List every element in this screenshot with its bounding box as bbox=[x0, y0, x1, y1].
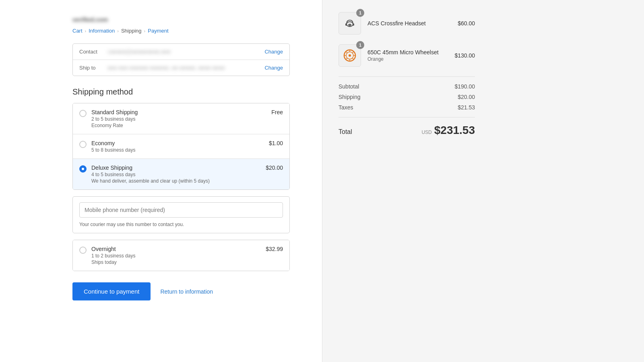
option-standard[interactable]: Standard Shipping 2 to 5 business days E… bbox=[73, 103, 289, 134]
option-overnight-desc2: Ships today bbox=[91, 259, 259, 265]
radio-economy[interactable] bbox=[79, 141, 87, 148]
breadcrumb-sep-2: › bbox=[117, 29, 119, 33]
subtotal-row: Subtotal $190.00 bbox=[339, 83, 475, 90]
item-name-headset: ACS Crossfire Headset bbox=[367, 20, 451, 27]
svg-line-12 bbox=[352, 58, 354, 60]
option-standard-desc2: Economy Rate bbox=[91, 123, 265, 128]
option-deluxe-desc2: We hand deliver, assemble and clear up (… bbox=[91, 178, 259, 184]
option-overnight-section: Overnight 1 to 2 business days Ships tod… bbox=[72, 240, 290, 271]
taxes-label: Taxes bbox=[339, 104, 353, 111]
option-standard-details: Standard Shipping 2 to 5 business days E… bbox=[91, 109, 265, 128]
option-economy-details: Economy 5 to 8 business days bbox=[91, 140, 262, 153]
phone-hint: Your courier may use this number to cont… bbox=[79, 222, 283, 227]
total-label: Total bbox=[339, 128, 352, 136]
button-row: Continue to payment Return to informatio… bbox=[72, 282, 290, 300]
wheel-icon bbox=[343, 48, 357, 63]
option-economy-price: $1.00 bbox=[269, 140, 283, 146]
shipping-value: $20.00 bbox=[458, 94, 475, 100]
svg-line-14 bbox=[346, 58, 347, 60]
svg-line-13 bbox=[352, 51, 354, 53]
option-overnight[interactable]: Overnight 1 to 2 business days Ships tod… bbox=[73, 240, 289, 271]
shipping-label: Shipping bbox=[339, 94, 361, 100]
item-badge-headset: 1 bbox=[356, 9, 364, 17]
option-overnight-price: $32.99 bbox=[266, 246, 283, 252]
shipping-row: Shipping $20.00 bbox=[339, 94, 475, 100]
cart-item-wheelset: 1 650C 45mm Micro Wheelset Orange $130.0… bbox=[339, 44, 475, 67]
shipping-method-title: Shipping method bbox=[72, 87, 290, 97]
option-standard-price: Free bbox=[271, 109, 283, 115]
svg-rect-2 bbox=[353, 23, 354, 26]
phone-input[interactable] bbox=[79, 202, 283, 218]
radio-standard[interactable] bbox=[79, 110, 87, 117]
item-badge-wheelset: 1 bbox=[356, 41, 364, 49]
svg-point-3 bbox=[348, 24, 351, 26]
contact-label: Contact bbox=[79, 49, 107, 55]
phone-section: Your courier may use this number to cont… bbox=[72, 196, 290, 233]
option-deluxe-desc1: 4 to 5 business days bbox=[91, 172, 259, 177]
divider-2 bbox=[339, 117, 475, 117]
svg-line-11 bbox=[346, 51, 347, 53]
option-overnight-desc1: 1 to 2 business days bbox=[91, 253, 259, 259]
taxes-value: $21.53 bbox=[458, 104, 475, 111]
ship-to-change-link[interactable]: Change bbox=[264, 65, 283, 71]
item-img-wrap-headset: 1 bbox=[339, 12, 361, 35]
breadcrumb-payment: Payment bbox=[148, 28, 168, 34]
total-currency: USD bbox=[421, 130, 431, 135]
option-economy-desc1: 5 to 8 business days bbox=[91, 147, 262, 153]
radio-overnight[interactable] bbox=[79, 247, 87, 254]
breadcrumb-information[interactable]: Information bbox=[89, 28, 115, 34]
breadcrumb-cart[interactable]: Cart bbox=[72, 28, 83, 34]
option-deluxe[interactable]: Deluxe Shipping 4 to 5 business days We … bbox=[73, 158, 289, 189]
option-economy[interactable]: Economy 5 to 8 business days $1.00 bbox=[73, 134, 289, 158]
ship-to-value: ●●● ●●● ●●●●●● ●●●●●●, ●● ●●●●●, ●●●● ●●… bbox=[107, 65, 264, 71]
breadcrumb-sep-3: › bbox=[144, 29, 146, 33]
right-panel: 1 ACS Crossfire Headset $60.00 bbox=[322, 0, 491, 362]
total-amount-wrap: USD $231.53 bbox=[421, 124, 475, 137]
item-info-headset: ACS Crossfire Headset bbox=[367, 20, 451, 27]
option-overnight-details: Overnight 1 to 2 business days Ships tod… bbox=[91, 246, 259, 265]
item-price-wheelset: $130.00 bbox=[454, 52, 475, 59]
total-amount: $231.53 bbox=[434, 124, 475, 137]
item-name-wheelset: 650C 45mm Micro Wheelset bbox=[367, 49, 448, 56]
return-to-information-link[interactable]: Return to information bbox=[160, 288, 213, 295]
total-row: Total USD $231.53 bbox=[339, 124, 475, 137]
ship-to-label: Ship to bbox=[79, 65, 107, 71]
svg-point-6 bbox=[349, 54, 351, 57]
left-panel: verified.com Cart › Information › Shippi… bbox=[0, 0, 322, 362]
option-overnight-name: Overnight bbox=[91, 246, 259, 252]
taxes-row: Taxes $21.53 bbox=[339, 104, 475, 111]
contact-value: c●●●●●@●●●●●●●●●.●●● bbox=[107, 49, 264, 55]
breadcrumb-shipping: Shipping bbox=[121, 28, 142, 34]
contact-row: Contact c●●●●●@●●●●●●●●●.●●● Change bbox=[73, 44, 289, 60]
ship-to-row: Ship to ●●● ●●● ●●●●●● ●●●●●●, ●● ●●●●●,… bbox=[73, 60, 289, 76]
contact-change-link[interactable]: Change bbox=[264, 49, 283, 55]
item-img-wrap-wheelset: 1 bbox=[339, 44, 361, 67]
continue-to-payment-button[interactable]: Continue to payment bbox=[72, 282, 151, 300]
option-economy-name: Economy bbox=[91, 140, 262, 146]
breadcrumb-sep-1: › bbox=[85, 29, 87, 33]
divider-1 bbox=[339, 76, 475, 77]
subtotal-label: Subtotal bbox=[339, 83, 359, 90]
breadcrumb: Cart › Information › Shipping › Payment bbox=[72, 28, 290, 34]
option-standard-name: Standard Shipping bbox=[91, 109, 265, 115]
option-deluxe-name: Deluxe Shipping bbox=[91, 165, 259, 171]
item-sub-wheelset: Orange bbox=[367, 56, 448, 62]
svg-rect-1 bbox=[345, 23, 347, 26]
info-box: Contact c●●●●●@●●●●●●●●●.●●● Change Ship… bbox=[72, 43, 290, 76]
cart-item-headset: 1 ACS Crossfire Headset $60.00 bbox=[339, 12, 475, 35]
subtotal-value: $190.00 bbox=[454, 83, 475, 90]
headset-icon bbox=[343, 16, 357, 31]
brand-name: verified.com bbox=[72, 16, 290, 23]
item-price-headset: $60.00 bbox=[458, 20, 475, 27]
option-deluxe-details: Deluxe Shipping 4 to 5 business days We … bbox=[91, 165, 259, 184]
item-info-wheelset: 650C 45mm Micro Wheelset Orange bbox=[367, 49, 448, 62]
option-deluxe-price: $20.00 bbox=[266, 165, 283, 171]
shipping-options: Standard Shipping 2 to 5 business days E… bbox=[72, 103, 290, 190]
option-standard-desc1: 2 to 5 business days bbox=[91, 116, 265, 122]
radio-deluxe[interactable] bbox=[79, 165, 87, 173]
